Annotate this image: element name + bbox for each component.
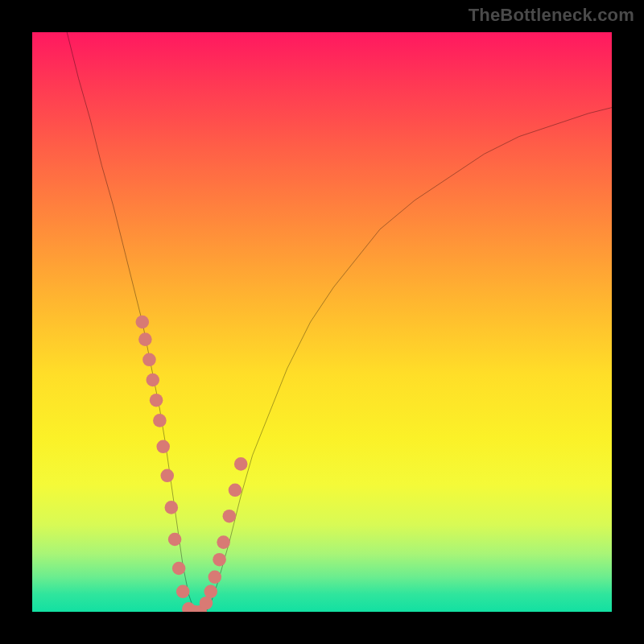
data-point <box>229 484 242 497</box>
data-point <box>165 501 179 514</box>
data-point <box>234 457 248 471</box>
highlight-points <box>136 316 248 612</box>
watermark-text: TheBottleneck.com <box>469 5 634 26</box>
data-point <box>156 440 170 454</box>
data-point <box>223 510 237 523</box>
data-point <box>142 353 156 367</box>
chart-frame: TheBottleneck.com <box>0 0 644 644</box>
data-point <box>176 585 190 599</box>
data-point <box>153 414 167 427</box>
data-point <box>200 597 213 610</box>
data-point <box>204 585 217 599</box>
data-point <box>160 469 174 483</box>
data-point <box>150 394 163 407</box>
data-point <box>138 332 152 346</box>
curve-layer <box>32 32 612 612</box>
data-point <box>208 571 222 584</box>
data-point <box>217 535 230 549</box>
plot-area <box>32 32 612 612</box>
data-point <box>172 562 186 576</box>
data-point <box>136 316 150 329</box>
data-point <box>146 374 159 387</box>
data-point <box>168 533 182 547</box>
data-point <box>213 553 226 567</box>
